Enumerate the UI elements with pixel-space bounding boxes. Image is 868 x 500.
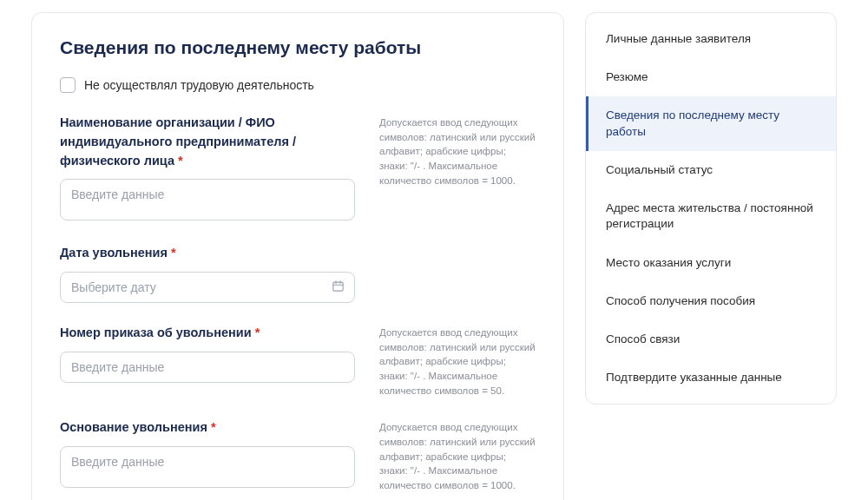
sidebar-item-label: Способ получения пособия bbox=[606, 294, 755, 307]
sidebar-item-label: Сведения по последнему месту работы bbox=[606, 109, 779, 137]
sidebar-item-serviceloc[interactable]: Место оказания услуги bbox=[586, 244, 836, 282]
sidebar-item-label: Способ связи bbox=[606, 332, 680, 345]
org-input[interactable] bbox=[60, 179, 355, 220]
date-input[interactable] bbox=[60, 272, 355, 303]
sidebar-item-benefit[interactable]: Способ получения пособия bbox=[586, 282, 836, 320]
order-input[interactable] bbox=[60, 352, 355, 383]
date-label-text: Дата увольнения bbox=[60, 246, 168, 260]
sidebar-item-address[interactable]: Адрес места жительства / постоянной реги… bbox=[586, 189, 836, 243]
date-label: Дата увольнения * bbox=[60, 244, 355, 263]
no-employment-row: Не осуществлял трудовую деятельность bbox=[60, 77, 536, 93]
order-row: Номер приказа об увольнении * Допускаетс… bbox=[60, 324, 536, 398]
sidebar-item-lastjob[interactable]: Сведения по последнему месту работы bbox=[586, 96, 836, 150]
form-card: Сведения по последнему месту работы Не о… bbox=[31, 12, 564, 500]
org-hint: Допускается ввод следующих символов: лат… bbox=[379, 115, 536, 188]
date-row: Дата увольнения * bbox=[60, 244, 536, 303]
reason-label-text: Основание увольнения bbox=[60, 420, 207, 434]
reason-hint: Допускается ввод следующих символов: лат… bbox=[379, 420, 536, 492]
sidebar-item-label: Подтвердите указанные данные bbox=[606, 371, 782, 384]
no-employment-label: Не осуществлял трудовую деятельность bbox=[84, 78, 314, 92]
order-label-text: Номер приказа об увольнении bbox=[60, 326, 252, 339]
reason-input[interactable] bbox=[60, 446, 355, 488]
sidebar-item-label: Резюме bbox=[606, 70, 648, 83]
sidebar-item-resume[interactable]: Резюме bbox=[586, 58, 836, 96]
sidebar-item-label: Личные данные заявителя bbox=[606, 32, 751, 45]
required-mark: * bbox=[211, 420, 216, 434]
sidebar: Личные данные заявителя Резюме Сведения … bbox=[585, 12, 837, 405]
sidebar-item-label: Адрес места жительства / постоянной реги… bbox=[606, 201, 813, 230]
required-mark: * bbox=[171, 246, 176, 260]
sidebar-item-personal[interactable]: Личные данные заявителя bbox=[586, 20, 836, 58]
order-hint: Допускается ввод следующих символов: лат… bbox=[379, 326, 536, 398]
no-employment-checkbox[interactable] bbox=[60, 77, 76, 93]
required-mark: * bbox=[255, 326, 260, 339]
sidebar-item-social[interactable]: Социальный статус bbox=[586, 151, 836, 189]
order-label: Номер приказа об увольнении * bbox=[60, 324, 355, 343]
sidebar-item-confirm[interactable]: Подтвердите указанные данные bbox=[586, 359, 836, 397]
reason-row: Основание увольнения * Допускается ввод … bbox=[60, 418, 536, 492]
page-title: Сведения по последнему месту работы bbox=[60, 37, 536, 58]
sidebar-item-label: Место оказания услуги bbox=[606, 256, 731, 269]
org-row: Наименование организации / ФИО индивидуа… bbox=[60, 114, 536, 223]
required-mark: * bbox=[178, 154, 183, 168]
sidebar-item-contact[interactable]: Способ связи bbox=[586, 320, 836, 359]
org-label: Наименование организации / ФИО индивидуа… bbox=[60, 114, 355, 170]
reason-label: Основание увольнения * bbox=[60, 418, 355, 438]
sidebar-item-label: Социальный статус bbox=[606, 163, 713, 176]
